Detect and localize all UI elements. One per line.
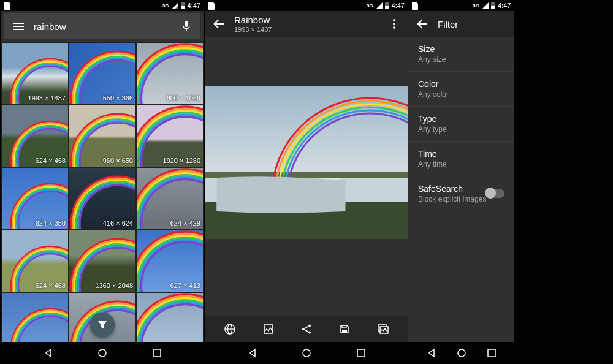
tile-dimensions: 627 × 413 bbox=[170, 282, 200, 289]
filter-label: Size bbox=[418, 44, 504, 54]
result-tile[interactable]: 1360 × 2048 bbox=[69, 230, 135, 292]
kebab-menu-icon[interactable] bbox=[387, 17, 401, 31]
result-tile[interactable]: 624 × 468 bbox=[2, 230, 68, 292]
tile-dimensions: 1993 × 1487 bbox=[28, 94, 66, 102]
filter-list: Size Any size Color Any color Type Any t… bbox=[408, 37, 514, 342]
signal-icon bbox=[482, 2, 489, 9]
search-input[interactable] bbox=[34, 21, 171, 32]
svg-rect-124 bbox=[342, 325, 346, 328]
set-wallpaper-icon[interactable] bbox=[262, 322, 275, 336]
share-icon[interactable] bbox=[300, 322, 313, 336]
svg-point-95 bbox=[99, 349, 106, 357]
network-3g-icon: 3G bbox=[367, 3, 373, 9]
tile-dimensions: 416 × 624 bbox=[103, 219, 133, 227]
save-icon[interactable] bbox=[338, 322, 351, 336]
svg-rect-130 bbox=[491, 6, 495, 9]
svg-point-119 bbox=[308, 325, 311, 327]
safesearch-switch[interactable] bbox=[486, 189, 504, 198]
filter-fab[interactable] bbox=[90, 313, 115, 337]
result-tile[interactable]: 960 × 650 bbox=[69, 105, 135, 167]
nav-recent-icon[interactable] bbox=[485, 346, 498, 360]
gallery-icon[interactable] bbox=[376, 322, 390, 336]
battery-icon bbox=[491, 2, 495, 9]
svg-rect-2 bbox=[182, 2, 184, 3]
clock-time: 4:47 bbox=[392, 2, 405, 9]
nav-recent-icon[interactable] bbox=[150, 346, 164, 360]
network-3g-icon: 3G bbox=[473, 3, 479, 9]
svg-rect-1 bbox=[181, 6, 185, 9]
hamburger-icon[interactable] bbox=[12, 20, 25, 33]
nav-bar bbox=[408, 342, 514, 364]
nav-back-icon[interactable] bbox=[42, 346, 55, 360]
svg-point-127 bbox=[303, 349, 310, 357]
result-tile[interactable]: 624 × 468 bbox=[2, 105, 68, 167]
result-tile[interactable] bbox=[137, 293, 203, 342]
pane-detail: 3G 4:47 Rainbow 1993 × 1487 bbox=[204, 0, 408, 364]
status-bar: 3G 4:47 bbox=[1, 0, 204, 11]
pane-search: 3G 4:47 1993 × 1487 bbox=[0, 0, 204, 364]
filter-label: Color bbox=[418, 79, 504, 89]
back-arrow-icon[interactable] bbox=[212, 17, 226, 31]
result-tile[interactable]: 1993 × 1487 bbox=[2, 43, 68, 104]
svg-rect-131 bbox=[492, 2, 494, 3]
nav-home-icon[interactable] bbox=[300, 346, 313, 360]
battery-icon bbox=[181, 2, 185, 9]
tile-dimensions: 550 × 366 bbox=[103, 94, 133, 102]
result-tile[interactable]: 800 × 1066 bbox=[137, 43, 203, 104]
result-tile[interactable] bbox=[2, 293, 68, 342]
nav-recent-icon[interactable] bbox=[354, 346, 368, 360]
filter-item-safesearch[interactable]: SafeSearch Block explicit images bbox=[408, 176, 514, 211]
result-tile[interactable]: 627 × 413 bbox=[137, 230, 203, 292]
detail-title-block: Rainbow 1993 × 1487 bbox=[234, 15, 272, 33]
result-tile[interactable]: 624 × 429 bbox=[137, 168, 203, 229]
file-icon bbox=[4, 2, 11, 10]
filter-item-color[interactable]: Color Any color bbox=[408, 72, 514, 107]
svg-rect-3 bbox=[185, 21, 188, 27]
clock-time: 4:47 bbox=[188, 2, 200, 9]
detail-subtitle: 1993 × 1487 bbox=[234, 26, 272, 33]
svg-point-100 bbox=[393, 19, 395, 21]
tile-dimensions: 624 × 350 bbox=[36, 219, 66, 227]
status-bar: 3G 4:47 bbox=[205, 0, 408, 11]
svg-rect-96 bbox=[153, 349, 161, 357]
tile-dimensions: 800 × 1066 bbox=[167, 94, 200, 102]
result-tile[interactable]: 624 × 350 bbox=[2, 168, 68, 229]
svg-point-101 bbox=[393, 23, 395, 25]
detail-title: Rainbow bbox=[234, 15, 272, 25]
nav-back-icon[interactable] bbox=[425, 346, 438, 360]
result-tile[interactable]: 1920 × 1280 bbox=[137, 105, 203, 167]
result-tile[interactable]: 416 × 624 bbox=[69, 168, 135, 229]
back-arrow-icon[interactable] bbox=[416, 17, 429, 31]
filter-value: Any time bbox=[418, 160, 504, 169]
nav-back-icon[interactable] bbox=[246, 346, 259, 360]
filter-item-size[interactable]: Size Any size bbox=[408, 37, 514, 72]
svg-point-132 bbox=[458, 349, 465, 357]
svg-rect-133 bbox=[488, 349, 495, 357]
results-grid: 1993 × 1487 550 × 366 800 × 1066 bbox=[1, 42, 204, 342]
detail-image[interactable] bbox=[205, 86, 408, 239]
tile-dimensions: 624 × 468 bbox=[36, 282, 66, 289]
tile-dimensions: 1920 × 1280 bbox=[163, 157, 200, 164]
signal-icon bbox=[172, 2, 178, 9]
signal-icon bbox=[376, 2, 383, 9]
search-bar bbox=[4, 13, 200, 39]
mic-icon[interactable] bbox=[180, 20, 193, 33]
svg-line-122 bbox=[305, 327, 308, 329]
result-tile[interactable]: 550 × 366 bbox=[69, 43, 135, 104]
svg-point-120 bbox=[302, 328, 305, 330]
filter-value: Block explicit images bbox=[418, 195, 486, 203]
nav-home-icon[interactable] bbox=[96, 346, 109, 360]
filter-item-type[interactable]: Type Any type bbox=[408, 107, 514, 142]
filter-label: Time bbox=[418, 149, 504, 159]
status-bar: 3G 4:47 bbox=[408, 0, 514, 11]
nav-home-icon[interactable] bbox=[455, 346, 468, 360]
globe-icon[interactable] bbox=[223, 322, 237, 336]
battery-icon bbox=[385, 2, 389, 9]
detail-body bbox=[205, 37, 408, 316]
filter-item-time[interactable]: Time Any time bbox=[408, 142, 514, 176]
tile-dimensions: 1360 × 2048 bbox=[96, 282, 133, 289]
detail-bottom-actions bbox=[205, 316, 408, 342]
svg-point-102 bbox=[393, 26, 395, 29]
filter-value: Any type bbox=[418, 125, 504, 134]
file-icon bbox=[208, 2, 215, 10]
